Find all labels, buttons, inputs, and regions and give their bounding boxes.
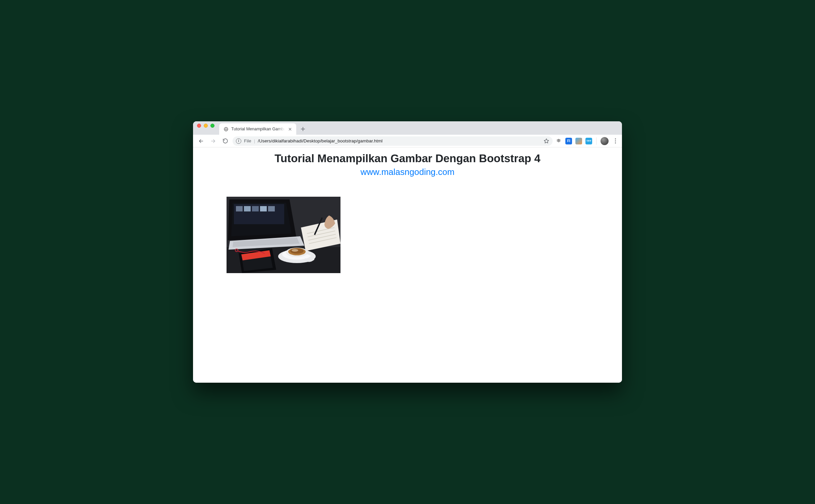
svg-rect-11 bbox=[260, 206, 267, 211]
extension-color-icon[interactable] bbox=[575, 138, 582, 144]
svg-rect-8 bbox=[236, 206, 243, 211]
browser-tab[interactable]: Tutorial Menampilkan Gambar Dengan Boots… bbox=[219, 123, 296, 135]
svg-marker-2 bbox=[544, 139, 549, 143]
image-container bbox=[227, 197, 622, 273]
url-path: /Users/dikialfarabihadi/Desktop/belajar_… bbox=[258, 138, 382, 143]
titlebar: Tutorial Menampilkan Gambar Dengan Boots… bbox=[193, 121, 622, 135]
toolbar-divider bbox=[596, 137, 597, 145]
svg-rect-10 bbox=[252, 206, 259, 211]
url-scheme: File bbox=[244, 138, 251, 143]
content-image bbox=[227, 197, 340, 273]
close-window-button[interactable] bbox=[197, 124, 201, 128]
page-subheading: www.malasngoding.com bbox=[193, 167, 622, 177]
minimize-window-button[interactable] bbox=[204, 124, 208, 128]
extension-layers-icon[interactable] bbox=[555, 138, 562, 144]
svg-point-26 bbox=[292, 249, 298, 252]
tab-title: Tutorial Menampilkan Gambar Dengan Boots… bbox=[231, 127, 285, 131]
reload-button[interactable] bbox=[221, 136, 230, 146]
back-button[interactable] bbox=[196, 136, 206, 146]
browser-window: Tutorial Menampilkan Gambar Dengan Boots… bbox=[193, 121, 622, 383]
bookmark-star-icon[interactable] bbox=[544, 138, 549, 144]
extensions-row: FI TFF bbox=[555, 137, 619, 145]
profile-avatar[interactable] bbox=[601, 137, 609, 145]
page-content: Tutorial Menampilkan Gambar Dengan Boots… bbox=[193, 147, 622, 273]
svg-rect-9 bbox=[244, 206, 251, 211]
globe-icon bbox=[223, 126, 229, 132]
window-controls bbox=[197, 121, 214, 135]
svg-point-30 bbox=[235, 249, 238, 252]
browser-menu-button[interactable] bbox=[612, 138, 619, 143]
maximize-window-button[interactable] bbox=[210, 124, 214, 128]
page-viewport: Tutorial Menampilkan Gambar Dengan Boots… bbox=[193, 147, 622, 383]
site-info-icon[interactable]: i bbox=[236, 138, 241, 144]
new-tab-button[interactable] bbox=[298, 124, 308, 134]
svg-rect-12 bbox=[268, 206, 275, 211]
address-bar[interactable]: i File | /Users/dikialfarabihadi/Desktop… bbox=[233, 136, 553, 146]
browser-toolbar: i File | /Users/dikialfarabihadi/Desktop… bbox=[193, 135, 622, 147]
extension-fi-icon[interactable]: FI bbox=[565, 138, 572, 144]
forward-button[interactable] bbox=[208, 136, 218, 146]
extension-tff-icon[interactable]: TFF bbox=[585, 138, 592, 144]
page-heading: Tutorial Menampilkan Gambar Dengan Boots… bbox=[193, 152, 622, 165]
close-tab-button[interactable] bbox=[288, 127, 292, 131]
site-link[interactable]: www.malasngoding.com bbox=[361, 167, 454, 177]
url-separator: | bbox=[254, 138, 255, 143]
